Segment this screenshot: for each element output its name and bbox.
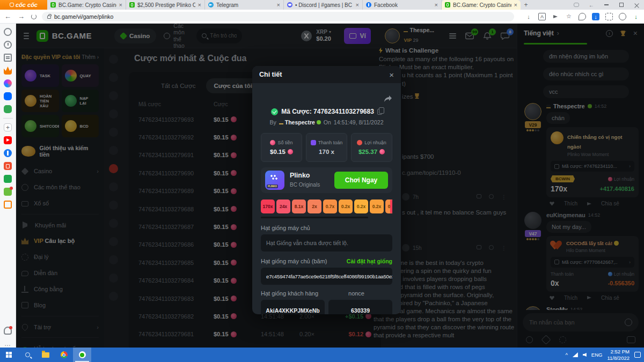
bet-details-modal: Chi tiết × Mã Cược: 74762341103279683 By… <box>252 66 401 314</box>
play-now-button[interactable]: Chơi Ngay <box>334 172 388 189</box>
shopee-icon[interactable] <box>4 162 12 170</box>
network-icon[interactable] <box>573 352 578 357</box>
nonce-value[interactable]: 630339 <box>328 300 392 314</box>
download-active-icon[interactable]: ↓ <box>592 13 599 20</box>
taskbar-search-icon[interactable] <box>18 348 36 362</box>
tab-label: BC.Game: Crypto Casino Gar <box>453 2 511 8</box>
notifications-bell-icon[interactable] <box>4 327 12 335</box>
tab-close-icon[interactable]: × <box>356 2 359 8</box>
chrome-taskbar-icon[interactable] <box>55 348 73 362</box>
server-seed-value[interactable]: Hạt Giống vẫn chưa được tiết lộ. <box>261 234 392 252</box>
stat-icon <box>357 140 362 145</box>
maximize-button[interactable] <box>614 0 629 10</box>
forward-button[interactable]: → <box>18 12 25 20</box>
tab-strip: BC.Game: Crypto Casino Gar × $2,500 Pres… <box>47 0 521 10</box>
on-label: On <box>324 119 331 125</box>
tab-close-icon[interactable]: × <box>198 2 201 8</box>
multiplier-chip[interactable]: 0.7x <box>323 200 337 213</box>
adblock-shield-icon[interactable] <box>579 13 586 20</box>
frog-emoji-icon <box>317 120 321 124</box>
close-window-button[interactable] <box>629 0 644 10</box>
browser-tab[interactable]: BC.Game: Crypto Casino Gar × <box>47 0 126 10</box>
browser-tab[interactable]: $2,500 Prestige Plinko Challe × <box>126 0 205 10</box>
tab-close-icon[interactable]: × <box>119 2 122 8</box>
games-icon[interactable] <box>4 105 12 113</box>
hat-emoji-icon <box>279 121 283 124</box>
save-page-icon[interactable]: ↓ <box>525 13 532 20</box>
bookmark-star-icon[interactable]: ☆ <box>565 13 573 20</box>
tab-close-icon[interactable]: × <box>435 2 438 8</box>
translate-icon[interactable]: A <box>538 13 546 20</box>
speaker-icon[interactable] <box>583 353 587 357</box>
share-icon[interactable] <box>552 13 559 20</box>
share-bet-icon[interactable] <box>384 95 392 102</box>
copy-icon[interactable] <box>377 109 382 115</box>
youtube-icon[interactable] <box>4 136 12 144</box>
more-icon[interactable]: … <box>4 339 12 348</box>
multiplier-chip[interactable]: 2x <box>308 200 321 213</box>
tab-search-button[interactable] <box>569 0 584 10</box>
history-icon[interactable] <box>4 41 12 49</box>
stat-label: Lợi nhuận <box>364 140 386 145</box>
bet-username[interactable]: Thespectre <box>285 119 315 125</box>
cart-icon[interactable] <box>4 201 12 209</box>
facebook-icon[interactable] <box>4 149 12 157</box>
profile-icon[interactable] <box>619 13 626 20</box>
session-restore-button[interactable]: ← <box>584 0 599 10</box>
minimize-button[interactable] <box>599 0 614 10</box>
browser-tab[interactable]: • Discord | #games | BC G × <box>284 0 363 10</box>
settings-icon[interactable] <box>4 28 12 36</box>
multiplier-chip[interactable]: 24x <box>276 200 290 213</box>
back-button[interactable]: ← <box>4 12 11 20</box>
multiplier-chip[interactable]: 8.1x <box>292 200 306 213</box>
action-center-icon[interactable] <box>634 352 641 358</box>
browser-tab[interactable]: BC.Game: Crypto Casino Gar × <box>442 0 521 10</box>
stat-value: $25.37 <box>358 149 377 155</box>
stat-box: Số tiền $0.15 <box>261 133 302 162</box>
multiplier-chip[interactable]: 0.2x <box>370 200 384 213</box>
tab-close-icon[interactable]: × <box>277 2 280 8</box>
reading-list-icon[interactable] <box>4 54 12 62</box>
taskbar-clock[interactable]: 2:52 PM 11/8/2022 <box>607 349 630 361</box>
tab-close-icon[interactable]: × <box>514 2 517 8</box>
chip-scrollbar[interactable] <box>261 217 368 218</box>
extensions-puzzle-icon[interactable] <box>605 13 613 20</box>
server-seed-hash-label: Hạt giống máy chủ (băm) <box>261 258 327 264</box>
browser-toolbar: ← → bc.game/vi/game/plinko ↓ A ☆ ↓ ↓ <box>0 10 644 24</box>
window-controls: ← <box>569 0 644 10</box>
modal-close-icon[interactable]: × <box>389 70 394 79</box>
tab-label: Telegram <box>216 2 274 8</box>
hidden-icons-chevron[interactable]: ^ <box>565 352 567 358</box>
file-explorer-icon[interactable] <box>36 348 55 362</box>
server-seed-hash-value[interactable]: e7c459474fa77ae5ce9e6218f5f8ceff4086f991… <box>261 268 392 285</box>
seed-settings-link[interactable]: Cài đặt hạt giống <box>347 258 392 264</box>
multiplier-chip[interactable]: 0.2x <box>354 200 368 213</box>
start-button[interactable] <box>0 348 18 362</box>
multiplier-strip: 170x24x8.1x2x0.7x0.2x0.2x0.2x0.7x <box>261 200 392 213</box>
browser-tab[interactable]: Telegram × <box>205 0 284 10</box>
add-shortcut-button[interactable]: + <box>4 123 12 131</box>
divider <box>3 118 13 119</box>
tab-favicon <box>445 2 450 8</box>
address-bar[interactable]: bc.game/vi/game/plinko <box>42 12 514 21</box>
browser-tab[interactable]: Facebook × <box>363 0 442 10</box>
multiplier-chip[interactable]: 0.2x <box>339 200 353 213</box>
windows-taskbar: ^ ENG 2:52 PM 11/8/2022 <box>0 348 644 362</box>
coccoc-taskbar-icon[interactable] <box>73 348 91 362</box>
tab-favicon <box>129 2 135 8</box>
messenger-icon[interactable] <box>4 79 12 87</box>
server-seed-label: Hạt giống máy chủ <box>261 225 310 231</box>
client-seed-value[interactable]: AkiA4XKKPJMXeNb <box>261 300 325 314</box>
rewards-crown-icon[interactable] <box>4 67 12 75</box>
downloader-icon[interactable]: ↓ <box>632 13 640 20</box>
language-indicator[interactable]: ENG <box>591 352 603 358</box>
zalo-icon[interactable] <box>4 92 12 100</box>
shop-green-icon[interactable] <box>4 175 12 183</box>
url-text: bc.game/vi/game/plinko <box>54 13 113 20</box>
new-tab-button[interactable]: + <box>521 0 531 10</box>
shop-sale-icon[interactable] <box>4 188 12 196</box>
coccoc-brand[interactable]: cốc cốc <box>0 0 47 10</box>
multiplier-chip[interactable]: 170x <box>261 200 275 213</box>
stat-label: Thanh toán <box>318 140 343 145</box>
reload-button[interactable] <box>31 14 36 19</box>
